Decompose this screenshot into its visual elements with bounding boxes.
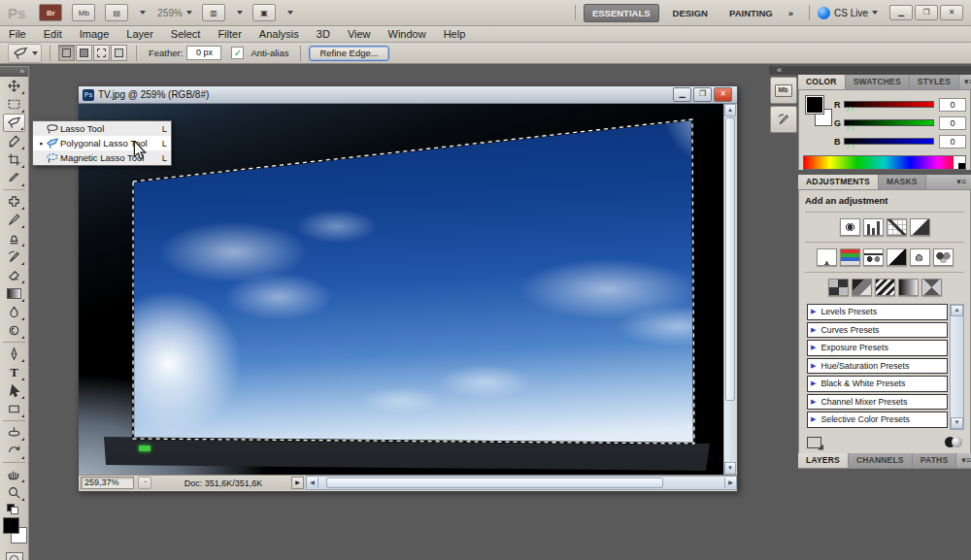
doc-maximize-icon[interactable]: ❐: [693, 87, 712, 102]
green-slider[interactable]: [844, 119, 934, 126]
tab-adjustments[interactable]: ADJUSTMENTS: [798, 175, 879, 189]
toolbox-collapse-chevrons[interactable]: »: [0, 67, 28, 77]
expand-triangle-icon[interactable]: ▶: [808, 379, 820, 387]
status-info-icon[interactable]: ◔: [138, 477, 151, 489]
tool-history-brush[interactable]: [3, 247, 25, 266]
expand-triangle-icon[interactable]: ▶: [808, 344, 820, 351]
foreground-color-swatch[interactable]: [3, 517, 19, 534]
levels-adjustment-icon[interactable]: [863, 218, 884, 236]
menu-item-polygonal-lasso-tool[interactable]: ▪ Polygonal Lasso Tool L: [33, 136, 171, 150]
default-colors-icon[interactable]: [7, 504, 22, 513]
close-icon[interactable]: ✕: [940, 5, 963, 20]
screen-mode-icon[interactable]: ▣: [252, 4, 276, 21]
red-slider[interactable]: [844, 101, 934, 108]
adjustments-panel-menu-icon[interactable]: ▾≡: [952, 175, 971, 189]
active-tool-preset[interactable]: [8, 44, 42, 63]
refine-edge-button[interactable]: Refine Edge...: [309, 46, 388, 61]
scroll-right-icon[interactable]: ▶: [724, 478, 736, 488]
tool-type[interactable]: T: [3, 363, 25, 381]
tool-blur[interactable]: [3, 303, 25, 321]
menu-filter[interactable]: Filter: [209, 27, 250, 41]
clip-to-layer-icon[interactable]: [945, 437, 962, 447]
expand-triangle-icon[interactable]: ▶: [808, 398, 820, 406]
view-extras-caret[interactable]: [140, 11, 146, 15]
curves-adjustment-icon[interactable]: [887, 218, 907, 236]
arrange-documents-icon[interactable]: ▥: [202, 4, 225, 21]
subtract-from-selection-button[interactable]: [93, 45, 110, 61]
photo-filter-adjustment-icon[interactable]: [910, 248, 930, 266]
mini-bridge-icon[interactable]: Mb: [770, 77, 797, 104]
preset-selective-color-presets[interactable]: ▶Selective Color Presets: [807, 412, 948, 428]
menu-image[interactable]: Image: [71, 27, 118, 41]
foreground-color-swatch[interactable]: [805, 95, 824, 115]
zoom-caret[interactable]: [186, 11, 192, 15]
menu-item-lasso-tool[interactable]: Lasso Tool L: [33, 121, 171, 136]
tool-path-select[interactable]: [3, 381, 25, 400]
tool-brush[interactable]: [3, 211, 25, 229]
expand-triangle-icon[interactable]: ▶: [808, 362, 820, 370]
menu-3d[interactable]: 3D: [308, 27, 339, 41]
tool-clone-stamp[interactable]: [3, 229, 25, 247]
presets-scroll-down-icon[interactable]: ▼: [951, 417, 963, 429]
brightness-contrast-adjustment-icon[interactable]: [840, 218, 860, 236]
scroll-down-icon[interactable]: ▼: [724, 462, 736, 475]
menu-view[interactable]: View: [339, 27, 380, 41]
view-extras-icon[interactable]: ▤: [105, 4, 128, 21]
tool-rotate-3d[interactable]: [3, 423, 25, 442]
tool-zoom[interactable]: [3, 483, 25, 502]
tab-color[interactable]: COLOR: [798, 75, 846, 89]
zoom-level[interactable]: 259%: [157, 8, 183, 18]
status-menu-arrow-icon[interactable]: ▶: [291, 477, 304, 489]
bridge-icon[interactable]: Br: [39, 4, 62, 21]
doc-minimize-icon[interactable]: ▁: [673, 87, 691, 102]
tool-marquee[interactable]: [3, 95, 25, 114]
color-panel-menu-icon[interactable]: ▾≡: [959, 75, 971, 89]
cs-live-button[interactable]: CS Live: [818, 7, 887, 19]
workspace-essentials[interactable]: ESSENTIALS: [584, 4, 659, 22]
screen-mode-caret[interactable]: [287, 11, 293, 15]
gradient-map-adjustment-icon[interactable]: [898, 279, 919, 296]
canvas[interactable]: [79, 104, 723, 475]
invert-adjustment-icon[interactable]: [828, 279, 849, 296]
scroll-left-icon[interactable]: ◀: [307, 478, 318, 488]
tab-masks[interactable]: MASKS: [879, 175, 926, 189]
vibrance-adjustment-icon[interactable]: [817, 248, 837, 266]
preset-levels-presets[interactable]: ▶Levels Presets: [807, 304, 948, 320]
tool-eraser[interactable]: [3, 266, 25, 284]
new-selection-button[interactable]: [58, 45, 75, 61]
layers-panel-menu-icon[interactable]: ▾≡: [956, 453, 971, 468]
history-panel-icon[interactable]: [770, 106, 797, 133]
tab-layers[interactable]: LAYERS: [798, 453, 849, 468]
preset-curves-presets[interactable]: ▶Curves Presets: [807, 322, 948, 339]
preset-hue-saturation-presets[interactable]: ▶Hue/Saturation Presets: [807, 358, 948, 375]
preset-exposure-presets[interactable]: ▶Exposure Presets: [807, 340, 948, 356]
preset-black-white-presets[interactable]: ▶Black & White Presets: [807, 376, 948, 392]
vertical-scrollbar[interactable]: ▲ ▼: [723, 104, 736, 475]
tool-orbit-3d[interactable]: [3, 442, 25, 460]
tool-healing-brush[interactable]: [3, 192, 25, 211]
tab-styles[interactable]: STYLES: [910, 75, 959, 89]
tool-gradient[interactable]: [3, 284, 25, 303]
tab-swatches[interactable]: SWATCHES: [846, 75, 910, 89]
menu-file[interactable]: File: [0, 27, 35, 41]
expand-triangle-icon[interactable]: ▶: [808, 415, 820, 423]
selective-color-adjustment-icon[interactable]: [921, 279, 942, 296]
presets-scrollbar[interactable]: ▲ ▼: [950, 304, 964, 430]
scroll-up-icon[interactable]: ▲: [724, 104, 736, 116]
color-balance-adjustment-icon[interactable]: [863, 248, 884, 266]
horizontal-scroll-thumb[interactable]: [326, 478, 663, 488]
intersect-selection-button[interactable]: [111, 45, 127, 61]
exposure-adjustment-icon[interactable]: [910, 218, 930, 236]
tool-hand[interactable]: [3, 465, 25, 483]
mini-bridge-icon[interactable]: Mb: [72, 4, 95, 21]
red-value-input[interactable]: 0: [939, 98, 966, 112]
menu-item-magnetic-lasso-tool[interactable]: Magnetic Lasso Tool L: [33, 150, 171, 165]
restore-icon[interactable]: ❐: [915, 5, 938, 20]
presets-scroll-up-icon[interactable]: ▲: [951, 305, 963, 316]
feather-input[interactable]: 0 px: [186, 46, 221, 60]
menu-window[interactable]: Window: [380, 27, 435, 41]
channel-mixer-adjustment-icon[interactable]: [933, 248, 954, 266]
tool-crop[interactable]: [3, 150, 25, 169]
workspace-painting[interactable]: PAINTING: [721, 5, 781, 21]
document-title-bar[interactable]: Ps TV.jpg @ 259% (RGB/8#) ▁ ❐ ✕: [79, 86, 737, 104]
